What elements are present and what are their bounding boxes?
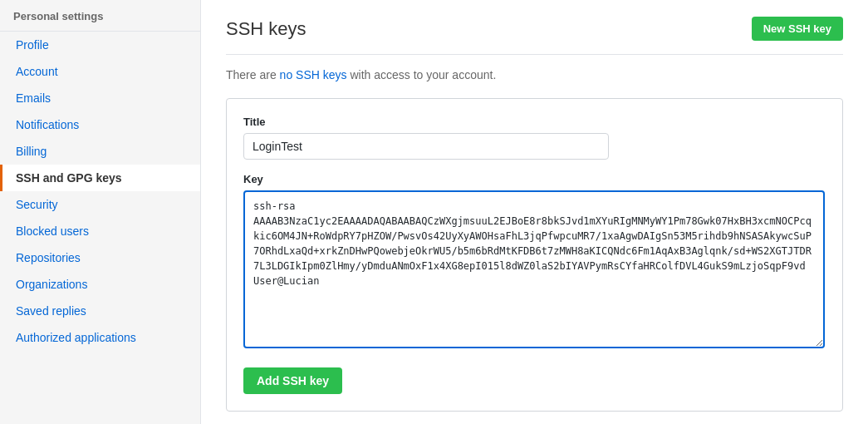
sidebar-item-saved-replies[interactable]: Saved replies bbox=[0, 298, 200, 324]
sidebar-item-notifications[interactable]: Notifications bbox=[0, 111, 200, 138]
title-input[interactable] bbox=[243, 133, 609, 160]
sidebar: Personal settings ProfileAccountEmailsNo… bbox=[0, 0, 201, 424]
info-message: There are no SSH keys with access to you… bbox=[226, 68, 843, 81]
key-label: Key bbox=[243, 173, 826, 185]
key-group: Key bbox=[243, 173, 826, 351]
info-post: with access to your account. bbox=[350, 68, 496, 81]
title-label: Title bbox=[243, 116, 826, 128]
sidebar-item-authorized-applications[interactable]: Authorized applications bbox=[0, 324, 200, 351]
ssh-key-form: Title Key Add SSH key bbox=[226, 98, 843, 412]
sidebar-item-repositories[interactable]: Repositories bbox=[0, 244, 200, 271]
info-pre: There are bbox=[226, 68, 277, 81]
sidebar-header: Personal settings bbox=[0, 0, 200, 32]
sidebar-item-profile[interactable]: Profile bbox=[0, 32, 200, 58]
page-title: SSH keys bbox=[226, 18, 306, 40]
key-textarea[interactable] bbox=[243, 190, 825, 348]
sidebar-item-blocked-users[interactable]: Blocked users bbox=[0, 218, 200, 244]
sidebar-item-ssh-gpg-keys[interactable]: SSH and GPG keys bbox=[0, 165, 200, 191]
divider bbox=[226, 54, 843, 55]
sidebar-item-account[interactable]: Account bbox=[0, 58, 200, 85]
sidebar-item-organizations[interactable]: Organizations bbox=[0, 271, 200, 298]
title-group: Title bbox=[243, 116, 826, 160]
new-ssh-key-button[interactable]: New SSH key bbox=[752, 17, 843, 41]
sidebar-item-emails[interactable]: Emails bbox=[0, 85, 200, 111]
main-header: SSH keys New SSH key bbox=[226, 17, 843, 41]
main-content: SSH keys New SSH key There are no SSH ke… bbox=[201, 0, 868, 424]
sidebar-item-security[interactable]: Security bbox=[0, 191, 200, 218]
sidebar-item-billing[interactable]: Billing bbox=[0, 138, 200, 165]
info-link[interactable]: no SSH keys bbox=[280, 68, 347, 81]
add-ssh-key-button[interactable]: Add SSH key bbox=[243, 367, 342, 394]
